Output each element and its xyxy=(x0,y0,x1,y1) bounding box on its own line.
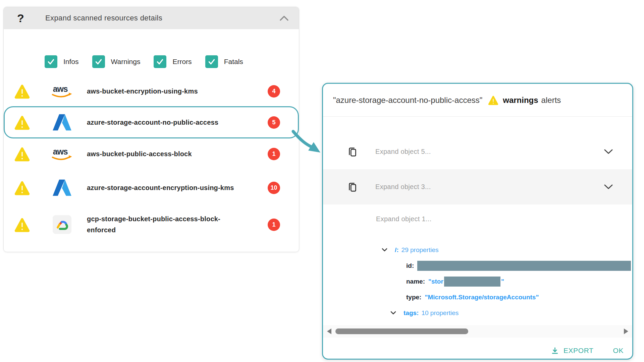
filter-label: Fatals xyxy=(224,58,243,66)
list-item-azure-encryption-kms[interactable]: azure-storage-account-encryption-using-k… xyxy=(4,169,299,206)
filter-label: Infos xyxy=(63,58,79,66)
dialog-title: "azure-storage-account-no-public-access" xyxy=(333,96,482,105)
azure-logo xyxy=(52,178,72,197)
chevron-down-icon[interactable] xyxy=(604,184,613,189)
rule-name: aws-bucket-encryption-using-kms xyxy=(87,86,243,97)
checkbox-checked-icon[interactable] xyxy=(154,55,166,68)
warning-icon xyxy=(14,84,31,99)
scanned-resources-panel: ? Expand scanned resources details Infos… xyxy=(3,7,299,252)
tree-name-row: name: "stor " xyxy=(323,274,632,289)
warning-icon xyxy=(14,115,31,130)
alert-count-badge: 1 xyxy=(268,219,280,231)
expand-object-label: Expand object 1... xyxy=(376,215,432,223)
tree-key: name: xyxy=(406,278,425,285)
dialog-title-severity: warnings xyxy=(503,96,538,105)
scrollbar-thumb[interactable] xyxy=(335,328,468,334)
tree-root-count: 29 properties xyxy=(401,246,439,254)
aws-logo: aws xyxy=(51,147,73,161)
export-label: EXPORT xyxy=(564,347,594,355)
alerts-dialog: "azure-storage-account-no-public-access"… xyxy=(322,83,633,360)
dialog-footer: EXPORT OK xyxy=(551,347,624,355)
chevron-down-icon[interactable] xyxy=(382,248,387,252)
alert-object-rows: Expand object 5... Expand object 3... Ex… xyxy=(323,134,632,227)
tree-value-prefix: "stor xyxy=(428,278,443,285)
expand-object-label: Expand object 5... xyxy=(375,148,431,156)
tree-tags-count: 10 properties xyxy=(421,309,459,317)
rule-name: azure-storage-account-encryption-using-k… xyxy=(87,182,243,193)
checkbox-checked-icon[interactable] xyxy=(205,55,218,68)
svg-text:aws: aws xyxy=(53,84,68,94)
scroll-left-arrow-icon[interactable] xyxy=(327,328,331,334)
panel-header: ? Expand scanned resources details xyxy=(4,7,299,29)
tree-value-suffix: " xyxy=(501,278,504,285)
expand-object-row-3[interactable]: Expand object 3... xyxy=(323,169,632,204)
list-item-gcp-public-access-block[interactable]: gcp-storage-bucket-public-access-block-e… xyxy=(4,206,299,243)
collapse-panel-button[interactable] xyxy=(279,15,289,21)
expand-object-label: Expand object 3... xyxy=(375,183,431,191)
svg-text:aws: aws xyxy=(53,147,68,156)
gcp-logo xyxy=(53,215,71,234)
expand-object-row-1[interactable]: Expand object 1... xyxy=(323,211,632,227)
chevron-up-icon xyxy=(279,15,289,21)
redacted-value-bar xyxy=(444,277,500,287)
tree-type-row: type: "Microsoft.Storage/storageAccounts… xyxy=(323,289,632,305)
redacted-value-bar xyxy=(417,261,631,271)
filter-warnings[interactable]: Warnings xyxy=(92,55,141,68)
tree-tags-row: tags: 10 properties xyxy=(323,305,632,321)
warning-icon xyxy=(14,217,31,232)
ok-button[interactable]: OK xyxy=(613,347,624,355)
warning-icon xyxy=(488,95,499,105)
list-item-aws-bucket-encryption[interactable]: aws aws-bucket-encryption-using-kms 4 xyxy=(4,76,299,106)
rule-name: gcp-storage-bucket-public-access-block-e… xyxy=(87,214,243,236)
tree-value: "Microsoft.Storage/storageAccounts" xyxy=(425,294,539,301)
json-tree: /: 29 properties id: name: "stor " type:… xyxy=(323,242,632,321)
tree-root-row: /: 29 properties xyxy=(323,242,632,258)
azure-logo xyxy=(52,113,72,132)
tree-key: type: xyxy=(406,294,421,301)
severity-filters: Infos Warnings Errors Fatals xyxy=(45,55,299,68)
scroll-right-arrow-icon[interactable] xyxy=(624,328,628,334)
filter-infos[interactable]: Infos xyxy=(45,55,79,68)
chevron-down-icon[interactable] xyxy=(604,149,613,154)
tree-tags-key: tags: xyxy=(404,309,419,317)
checkbox-checked-icon[interactable] xyxy=(45,55,57,68)
list-item-aws-public-access-block[interactable]: aws aws-bucket-public-access-block 1 xyxy=(4,138,299,169)
tree-key: id: xyxy=(406,262,414,269)
alert-count-badge: 1 xyxy=(268,148,280,160)
alert-count-badge: 5 xyxy=(268,116,280,129)
filter-fatals[interactable]: Fatals xyxy=(205,55,243,68)
filter-label: Errors xyxy=(172,58,192,66)
rule-name: azure-storage-account-no-public-access xyxy=(87,117,243,128)
copy-icon[interactable] xyxy=(347,182,358,192)
rule-name: aws-bucket-public-access-block xyxy=(87,148,243,160)
export-button[interactable]: EXPORT xyxy=(551,347,594,355)
download-icon xyxy=(551,347,559,355)
tree-id-row: id: xyxy=(323,258,632,274)
tree-root-key: /: xyxy=(395,246,399,254)
dialog-title-suffix: alerts xyxy=(541,96,561,105)
alert-count-badge: 10 xyxy=(268,182,280,194)
aws-logo: aws xyxy=(51,84,73,98)
dialog-header: "azure-storage-account-no-public-access"… xyxy=(323,84,632,117)
alert-count-badge: 4 xyxy=(268,85,280,98)
filter-errors[interactable]: Errors xyxy=(154,55,192,68)
connector-arrow xyxy=(287,128,327,162)
warning-icon xyxy=(14,146,31,162)
filter-label: Warnings xyxy=(111,58,141,66)
list-item-azure-no-public-access-selected[interactable]: azure-storage-account-no-public-access 5 xyxy=(4,106,299,138)
chevron-down-icon[interactable] xyxy=(390,311,396,315)
checkbox-checked-icon[interactable] xyxy=(92,55,105,68)
horizontal-scrollbar[interactable] xyxy=(323,325,632,338)
warning-icon xyxy=(14,180,31,195)
copy-icon[interactable] xyxy=(347,146,358,157)
panel-title: Expand scanned resources details xyxy=(45,14,162,22)
expand-object-row-5[interactable]: Expand object 5... xyxy=(323,134,632,169)
help-icon[interactable]: ? xyxy=(17,12,26,25)
scan-results-list: aws aws-bucket-encryption-using-kms 4 az… xyxy=(4,76,299,243)
